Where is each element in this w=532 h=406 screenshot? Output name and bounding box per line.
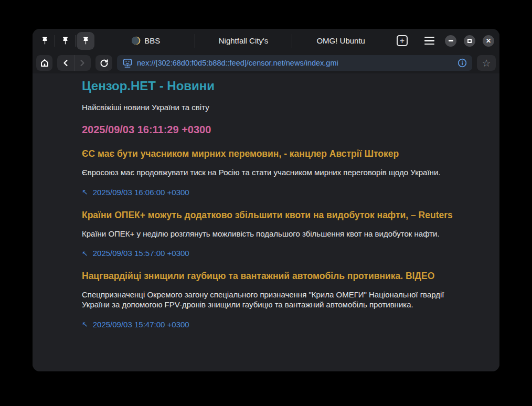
article-heading: Країни ОПЕК+ можуть додатково збільшити …	[82, 210, 455, 221]
star-icon: ☆	[482, 58, 491, 68]
link-arrow-icon: ↖	[82, 249, 88, 258]
pinned-tab-3-selected[interactable]	[77, 32, 94, 50]
crescent-moon-icon	[132, 36, 141, 45]
article-summary: Євросоюз має продовжувати тиск на Росію …	[82, 168, 455, 178]
article-link-label: 2025/09/03 15:47:00 +0300	[93, 320, 189, 329]
page-subtitle: Найсвіжіші новини України та світу	[82, 103, 455, 112]
reload-button[interactable]	[95, 55, 112, 71]
pinned-tab-1[interactable]	[36, 32, 54, 50]
plus-icon: +	[400, 37, 405, 45]
new-tab-button[interactable]: +	[397, 35, 408, 46]
article-summary: Країни ОПЕК+ у неділю розглянуть можливі…	[82, 229, 455, 239]
browser-window: BBS Nightfall City's OMG! Ubuntu + ✕	[33, 29, 499, 371]
tab-nightfall-citys[interactable]: Nightfall City's	[195, 29, 292, 52]
tab-label: OMG! Ubuntu	[316, 36, 365, 45]
article-link[interactable]: ↖ 2025/09/03 15:47:00 +0300	[82, 320, 455, 329]
forward-button-disabled[interactable]	[74, 55, 91, 71]
pushpin-icon	[41, 36, 49, 45]
article-heading: Нацгвардійці знищили гаубицю та вантажни…	[82, 271, 455, 282]
minimize-button[interactable]	[445, 35, 456, 47]
pin-separator	[55, 35, 55, 47]
news-article: Нацгвардійці знищили гаубицю та вантажни…	[82, 271, 455, 329]
news-article: ЄС має бути учасником мирних перемовин, …	[82, 148, 455, 197]
maximize-button[interactable]	[464, 35, 475, 47]
page-info-icon[interactable]	[457, 58, 467, 68]
close-button[interactable]: ✕	[483, 35, 494, 47]
navigation-bar: nex://[302:68d0:f0d5:b88d::feed]/censor.…	[33, 52, 499, 73]
link-arrow-icon: ↖	[82, 188, 88, 197]
retro-computer-icon	[122, 58, 133, 68]
pushpin-icon	[82, 36, 90, 45]
home-button[interactable]	[36, 55, 52, 71]
url-bar[interactable]: nex://[302:68d0:f0d5:b88d::feed]/censor.…	[117, 55, 472, 71]
bookmark-button[interactable]: ☆	[477, 55, 496, 71]
page-title: Цензор.НЕТ - Новини	[82, 79, 455, 94]
tab-strip: BBS Nightfall City's OMG! Ubuntu	[98, 29, 389, 52]
article-heading: ЄС має бути учасником мирних перемовин, …	[82, 148, 455, 159]
article-link[interactable]: ↖ 2025/09/03 15:57:00 +0300	[82, 249, 455, 258]
pushpin-icon	[61, 36, 69, 45]
tab-bar: BBS Nightfall City's OMG! Ubuntu + ✕	[33, 29, 499, 52]
menu-button[interactable]	[424, 37, 434, 45]
chevron-right-icon	[79, 59, 86, 67]
back-button[interactable]	[57, 55, 74, 71]
close-icon: ✕	[486, 38, 491, 44]
hamburger-icon	[424, 37, 434, 38]
history-buttons	[57, 55, 91, 71]
tab-label: Nightfall City's	[219, 36, 269, 45]
pinned-tab-2[interactable]	[56, 32, 74, 50]
url-text[interactable]: nex://[302:68d0:f0d5:b88d::feed]/censor.…	[137, 59, 453, 67]
pin-separator	[75, 35, 76, 47]
link-arrow-icon: ↖	[82, 320, 88, 329]
tab-label: BBS	[144, 36, 160, 45]
feed-timestamp-heading: 2025/09/03 16:11:29 +0300	[82, 123, 455, 136]
article-summary: Спецпризначенці Окремого загону спеціаль…	[82, 290, 455, 310]
tab-omg-ubuntu[interactable]: OMG! Ubuntu	[292, 29, 389, 52]
minimize-icon	[449, 40, 453, 41]
article-link[interactable]: ↖ 2025/09/03 16:06:00 +0300	[82, 188, 455, 197]
home-icon	[40, 58, 49, 68]
article-link-label: 2025/09/03 15:57:00 +0300	[93, 249, 189, 258]
reload-icon	[100, 59, 109, 68]
chevron-left-icon	[62, 59, 69, 67]
article-link-label: 2025/09/03 16:06:00 +0300	[93, 188, 189, 197]
page-content: Цензор.НЕТ - Новини Найсвіжіші новини Ук…	[33, 73, 499, 371]
news-article: Країни ОПЕК+ можуть додатково збільшити …	[82, 210, 455, 259]
maximize-icon	[467, 39, 472, 43]
tab-bbs[interactable]: BBS	[98, 29, 195, 52]
